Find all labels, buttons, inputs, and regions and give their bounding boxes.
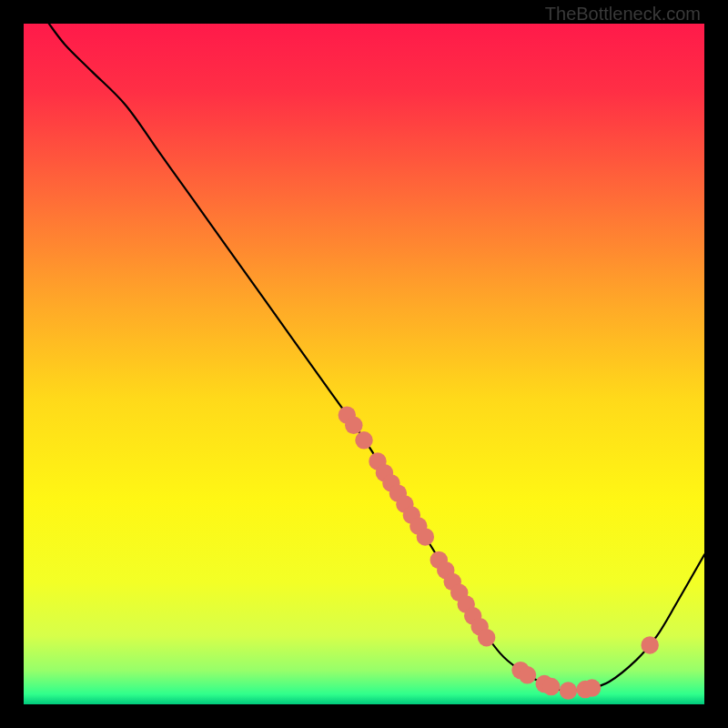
chart-canvas xyxy=(24,24,704,704)
chart-container: TheBottleneck.com xyxy=(0,0,728,728)
watermark-text: TheBottleneck.com xyxy=(545,4,701,25)
plot-area xyxy=(24,24,704,704)
